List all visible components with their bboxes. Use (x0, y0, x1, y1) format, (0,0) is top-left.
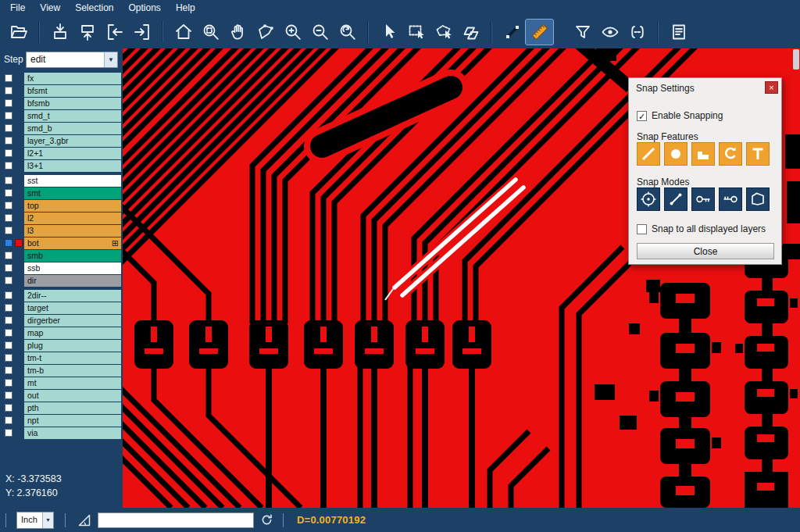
layer-row[interactable]: smd_b (0, 123, 123, 134)
angle-tool-button[interactable] (77, 513, 91, 527)
layer-row[interactable]: l2+1 (0, 148, 123, 159)
close-icon[interactable]: × (765, 81, 778, 94)
layer-name[interactable]: plug (24, 340, 121, 352)
layer-name[interactable]: npt (24, 415, 121, 427)
layer-visibility-checkbox[interactable] (5, 252, 12, 259)
snap-mode-contour-button[interactable] (746, 187, 770, 211)
menu-file[interactable]: File (3, 1, 33, 15)
layer-name[interactable]: bfsmt (24, 85, 121, 97)
exit-right-button[interactable] (128, 20, 155, 45)
layer-visibility-checkbox[interactable] (5, 329, 12, 337)
layer-visibility-checkbox[interactable] (5, 87, 12, 95)
layer-name[interactable]: target (24, 302, 121, 314)
layer-row[interactable]: l3+1 (0, 160, 123, 172)
open-button[interactable] (5, 20, 32, 45)
layer-visibility-checkbox[interactable] (5, 379, 12, 387)
sync-button[interactable] (260, 513, 273, 527)
layer-name[interactable]: bot⊞ (24, 237, 121, 249)
layer-row[interactable]: target (0, 302, 123, 314)
layer-name[interactable]: dirgerber (24, 315, 121, 327)
snap-mode-key-right-button[interactable] (719, 187, 742, 211)
layer-name[interactable]: top (24, 200, 121, 212)
layer-name[interactable]: map (24, 327, 121, 339)
layer-name[interactable]: ssb (24, 262, 121, 274)
layer-row[interactable]: 2dir-- (0, 290, 123, 302)
layer-row[interactable]: smt (0, 187, 123, 199)
home-view-button[interactable] (170, 20, 197, 45)
menu-view[interactable]: View (33, 1, 68, 15)
layer-row[interactable]: pth (0, 402, 123, 414)
layer-name[interactable]: l2+1 (24, 148, 121, 159)
zoom-in-button[interactable] (279, 20, 306, 45)
layer-visibility-checkbox[interactable] (5, 429, 12, 437)
layer-visibility-checkbox[interactable] (5, 264, 12, 272)
layer-row[interactable]: tm-b (0, 365, 123, 377)
all-layers-checkbox[interactable] (637, 224, 647, 234)
layer-row[interactable]: sst (0, 175, 123, 187)
zoom-polygon-button[interactable] (252, 20, 279, 45)
snap-feature-pad-button[interactable] (664, 142, 688, 166)
import-bottom-button[interactable] (73, 20, 101, 45)
snap-feature-arc-button[interactable] (719, 142, 742, 166)
chevron-down-icon[interactable]: ▼ (104, 52, 117, 67)
layer-name[interactable]: fx (24, 73, 121, 84)
snap-mode-key-left-button[interactable] (691, 187, 715, 211)
layer-name[interactable]: smb (24, 250, 121, 262)
layer-name[interactable]: l3 (24, 225, 121, 237)
layer-row[interactable]: dir (0, 275, 123, 287)
zoom-fit-button[interactable] (334, 20, 361, 45)
layer-row[interactable]: l3 (0, 225, 123, 237)
pan-button[interactable] (224, 20, 252, 45)
layer-visibility-checkbox[interactable] (5, 214, 12, 222)
layer-row[interactable]: npt (0, 415, 123, 427)
layer-row[interactable]: out (0, 390, 123, 402)
chevron-down-icon[interactable]: ▼ (42, 512, 53, 528)
layer-row[interactable]: bfsmt (0, 85, 123, 97)
layer-visibility-checkbox[interactable] (5, 277, 12, 284)
units-select[interactable]: Inch ▼ (16, 512, 54, 529)
layer-visibility-checkbox[interactable] (5, 227, 12, 234)
filter-button[interactable] (569, 20, 596, 45)
layer-visibility-checkbox[interactable] (5, 124, 12, 132)
layer-row[interactable]: bot⊞ (0, 237, 123, 249)
layer-name[interactable]: smt (24, 187, 121, 199)
layer-visibility-checkbox[interactable] (5, 112, 12, 120)
snap-feature-line-button[interactable] (637, 142, 660, 166)
layer-name[interactable]: l2 (24, 212, 121, 224)
layer-name[interactable]: dir (24, 275, 121, 287)
layer-row[interactable]: via (0, 427, 123, 439)
menu-selection[interactable]: Selection (68, 1, 121, 15)
layer-visibility-checkbox[interactable] (5, 177, 12, 184)
layer-row[interactable]: bfsmb (0, 98, 123, 109)
layer-visibility-checkbox[interactable] (5, 189, 12, 197)
layer-visibility-checkbox[interactable] (5, 99, 12, 107)
layer-row[interactable]: smb (0, 250, 123, 262)
layer-visibility-checkbox[interactable] (5, 74, 12, 82)
layer-visibility-checkbox[interactable] (5, 291, 12, 299)
layer-name[interactable]: sst (24, 175, 121, 187)
layer-name[interactable]: layer_3.gbr (24, 135, 121, 147)
report-button[interactable] (665, 20, 692, 45)
layer-visibility-checkbox[interactable] (5, 341, 12, 349)
layer-row[interactable]: l2 (0, 212, 123, 224)
pointer-select-button[interactable] (375, 20, 402, 45)
layer-name[interactable]: tm-t (24, 352, 121, 364)
layer-visibility-checkbox[interactable] (5, 202, 12, 209)
zoom-window-button[interactable] (197, 20, 224, 45)
layer-name[interactable]: out (24, 390, 121, 402)
highlight-button[interactable] (596, 20, 623, 45)
exit-left-button[interactable] (101, 20, 128, 45)
step-select[interactable]: edit ▼ (26, 52, 118, 68)
layer-row[interactable]: tm-t (0, 352, 123, 364)
layer-visibility-checkbox[interactable] (5, 239, 12, 247)
grid-icon[interactable]: ⊞ (112, 237, 119, 249)
layer-name[interactable]: bfsmb (24, 98, 121, 109)
layer-name[interactable]: via (24, 427, 121, 439)
snap-feature-surface-button[interactable] (691, 142, 715, 166)
layer-name[interactable]: smd_t (24, 110, 121, 122)
layer-visibility-checkbox[interactable] (5, 404, 12, 412)
transform-skew-button[interactable] (457, 20, 484, 45)
polygon-select-button[interactable] (430, 20, 457, 45)
measure-input[interactable] (98, 512, 254, 528)
layer-row[interactable]: map (0, 327, 123, 339)
